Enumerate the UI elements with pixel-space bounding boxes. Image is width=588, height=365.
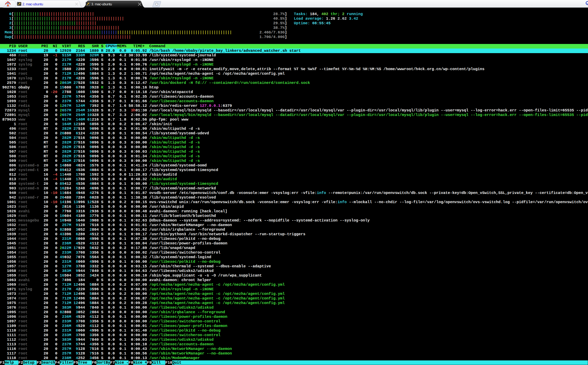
svg-text:3. mac-ubuntu: 3. mac-ubuntu — [91, 2, 112, 6]
svg-text:2. mac-ubuntu: 2. mac-ubuntu — [22, 2, 43, 6]
